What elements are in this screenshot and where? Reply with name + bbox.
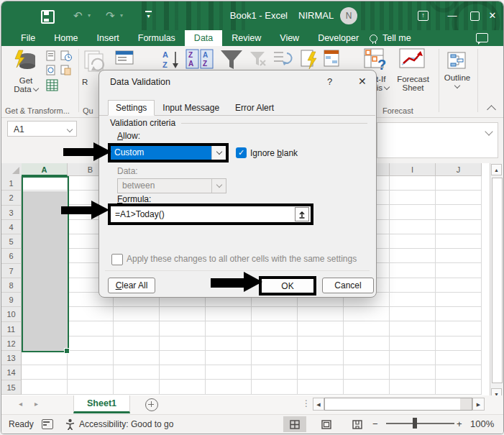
- splitter-dots-icon[interactable]: ⋮: [302, 398, 311, 408]
- macro-record-icon[interactable]: [42, 419, 53, 429]
- ribbon-tab-list: FileHomeInsertFormulasDataReviewViewDeve…: [1, 30, 503, 46]
- sheet-nav-left-icon[interactable]: ◂: [19, 400, 22, 408]
- horizontal-scrollbar[interactable]: [324, 398, 472, 411]
- row-header-3[interactable]: 3: [1, 206, 22, 220]
- column-header-A[interactable]: A: [22, 163, 68, 176]
- column-header-I[interactable]: I: [390, 163, 436, 176]
- view-page-layout-button[interactable]: [315, 416, 338, 432]
- recent-sources-icon[interactable]: [60, 50, 72, 65]
- row-header-7[interactable]: 7: [1, 264, 22, 278]
- tab-file[interactable]: File: [12, 30, 45, 46]
- minimize-button[interactable]: —: [444, 1, 460, 30]
- maximize-button[interactable]: [470, 12, 480, 21]
- zoom-level[interactable]: 100%: [470, 418, 494, 429]
- tab-data[interactable]: Data: [185, 30, 222, 46]
- row-header-1[interactable]: 1: [1, 176, 22, 191]
- close-button[interactable]: ✕: [485, 1, 500, 30]
- remove-duplicates-icon[interactable]: [323, 49, 342, 72]
- row-header-10[interactable]: 10: [1, 307, 22, 321]
- dialog-title: Data Validation: [110, 77, 170, 87]
- scroll-right-icon[interactable]: ▶: [472, 398, 485, 411]
- collapse-dialog-icon[interactable]: [295, 207, 309, 221]
- tab-review[interactable]: Review: [222, 30, 270, 46]
- zoom-slider-track[interactable]: [386, 423, 454, 424]
- accessibility-icon[interactable]: [65, 418, 75, 430]
- collapse-ribbon-icon[interactable]: [487, 105, 496, 114]
- svg-text:Z: Z: [162, 60, 168, 69]
- scroll-left-icon[interactable]: ◀: [313, 398, 324, 411]
- row-header-14[interactable]: 14: [1, 365, 22, 380]
- sheet-nav-right-icon[interactable]: ▸: [35, 400, 38, 408]
- dialog-tab-settings[interactable]: Settings: [108, 100, 155, 116]
- cancel-button[interactable]: Cancel: [322, 278, 374, 293]
- ribbon-display-options-icon[interactable]: ↑: [418, 11, 429, 21]
- get-data-label[interactable]: Get Data: [7, 76, 45, 93]
- allow-dropdown[interactable]: Custom: [111, 146, 226, 160]
- group-label-forecast: Forecast: [382, 106, 413, 115]
- new-sheet-icon[interactable]: [145, 398, 158, 411]
- from-text-icon[interactable]: [46, 50, 57, 65]
- row-headers: 123456789101112131415: [1, 176, 22, 395]
- tell-me[interactable]: Tell me: [370, 30, 411, 46]
- row-header-13[interactable]: 13: [1, 351, 22, 365]
- formula-bar[interactable]: [377, 122, 498, 158]
- row-header-4[interactable]: 4: [1, 220, 22, 234]
- from-table-icon[interactable]: [46, 79, 59, 95]
- from-web-icon[interactable]: [46, 65, 57, 79]
- tab-developer[interactable]: Developer: [308, 30, 368, 46]
- tab-view[interactable]: View: [270, 30, 308, 46]
- existing-connections-icon[interactable]: [60, 65, 72, 79]
- status-accessibility[interactable]: Accessibility: Good to go: [79, 419, 173, 429]
- formula-bar-collapse-icon[interactable]: [485, 127, 492, 135]
- row-header-6[interactable]: 6: [1, 249, 22, 263]
- row-header-9[interactable]: 9: [1, 293, 22, 307]
- row-header-2[interactable]: 2: [1, 191, 22, 205]
- ok-button[interactable]: OK: [262, 279, 313, 293]
- column-header-J[interactable]: J: [436, 163, 482, 176]
- allow-dropdown-chevron-icon[interactable]: [211, 146, 226, 160]
- scroll-up-icon[interactable]: ▲: [491, 164, 502, 175]
- svg-text:Z: Z: [203, 60, 207, 68]
- zoom-out-icon[interactable]: −: [372, 418, 378, 429]
- clear-all-button[interactable]: Clear All: [108, 278, 155, 293]
- row-header-8[interactable]: 8: [1, 278, 22, 293]
- forecast-sheet-icon[interactable]: [398, 47, 427, 75]
- tab-home[interactable]: Home: [45, 30, 87, 46]
- row-header-5[interactable]: 5: [1, 234, 22, 249]
- zoom-slider-thumb[interactable]: [413, 418, 417, 429]
- validation-criteria-label: Validation criteria: [110, 118, 175, 128]
- account-name[interactable]: NIRMAL: [298, 1, 334, 30]
- allow-annotation-box: Custom: [108, 143, 229, 162]
- comments-icon[interactable]: [476, 33, 488, 42]
- reapply-filter-icon[interactable]: [272, 49, 294, 72]
- dialog-tab-error-alert[interactable]: Error Alert: [227, 100, 282, 116]
- forecast-sheet-label[interactable]: Forecast Sheet: [393, 75, 433, 92]
- clear-filter-icon[interactable]: [249, 50, 267, 72]
- selection-fill-handle[interactable]: [64, 348, 70, 354]
- view-page-break-button[interactable]: [346, 416, 369, 432]
- dialog-help-icon[interactable]: ?: [327, 76, 332, 87]
- row-header-15[interactable]: 15: [1, 380, 22, 395]
- select-all-corner[interactable]: [1, 163, 22, 177]
- formula-input[interactable]: =A1>Today(): [111, 206, 311, 222]
- outline-label[interactable]: Outline: [441, 73, 473, 91]
- vertical-scroll-thumb[interactable]: [492, 178, 503, 383]
- ignore-blank-checkbox[interactable]: ✓: [236, 147, 247, 158]
- sheet-tab-sheet1[interactable]: Sheet1: [73, 395, 130, 413]
- apply-changes-checkbox[interactable]: [111, 254, 123, 265]
- row-header-11[interactable]: 11: [1, 322, 22, 336]
- vertical-scrollbar[interactable]: ▲ ▼: [490, 163, 503, 400]
- screenshot-stage: ↶ ▾ ↷ ▾ ▾ Book1 - Excel NIRMAL N ↑ — ✕ F…: [0, 0, 504, 435]
- tab-insert[interactable]: Insert: [88, 30, 129, 46]
- queries-connections-icon[interactable]: [115, 50, 134, 70]
- tab-formulas[interactable]: Formulas: [129, 30, 185, 46]
- avatar[interactable]: N: [340, 7, 357, 24]
- zoom-in-icon[interactable]: +: [457, 418, 462, 429]
- data-selected-value: between: [118, 179, 211, 193]
- view-normal-button[interactable]: [283, 416, 306, 432]
- dialog-tab-input-message[interactable]: Input Message: [155, 100, 227, 116]
- dialog-close-icon[interactable]: ✕: [358, 75, 367, 87]
- tell-me-label: Tell me: [382, 30, 411, 46]
- row-header-12[interactable]: 12: [1, 336, 22, 351]
- outline-icon[interactable]: [446, 50, 467, 73]
